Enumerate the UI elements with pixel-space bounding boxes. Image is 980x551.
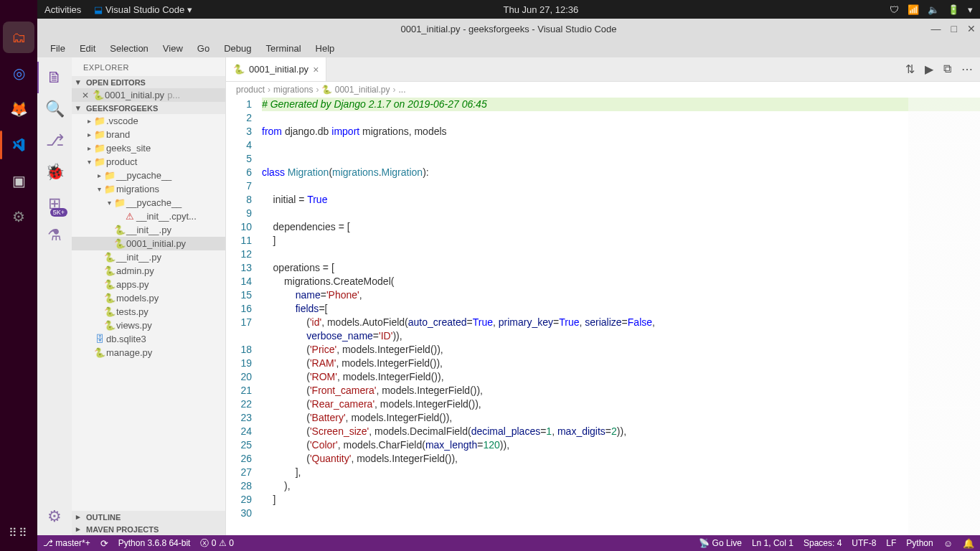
breadcrumb-segment[interactable]: ... — [398, 85, 405, 95]
tree-item-label: db.sqlite3 — [106, 334, 146, 344]
split-editor-icon[interactable]: ⧉ — [943, 62, 951, 76]
workspace-header[interactable]: ▾GEEKSFORGEEKS — [72, 102, 225, 114]
breadcrumb-segment[interactable]: migrations — [273, 85, 313, 95]
more-actions-icon[interactable]: ⋯ — [961, 62, 973, 76]
open-editors-header[interactable]: ▾OPEN EDITORS — [72, 76, 225, 88]
minimap[interactable] — [908, 98, 980, 535]
file-admin-py[interactable]: 🐍admin.py — [72, 264, 225, 278]
sync-icon[interactable]: ⟳ — [100, 538, 108, 549]
tree-item-label: __init__.py — [126, 225, 171, 235]
tree-item-label: brand — [106, 129, 130, 140]
folder---pycache--[interactable]: ▾📁__pycache__ — [72, 196, 225, 209]
encoding[interactable]: UTF-8 — [852, 538, 876, 548]
breadcrumb[interactable]: product›migrations›🐍 0001_initial.py›... — [226, 82, 980, 98]
tree-item-label: product — [106, 156, 137, 167]
menu-terminal[interactable]: Terminal — [258, 43, 308, 54]
eol[interactable]: LF — [886, 538, 896, 548]
shield-icon[interactable]: 🛡 — [890, 4, 899, 15]
language-mode[interactable]: Python — [906, 538, 933, 548]
editor-tabs: 🐍 0001_initial.py × ⇅ ▶ ⧉ ⋯ — [226, 57, 980, 82]
tree-item-label: __init__.cpyt... — [136, 211, 197, 222]
file---init---py[interactable]: 🐍__init__.py — [72, 223, 225, 237]
source-control-icon[interactable]: ⎇ — [37, 125, 72, 156]
menu-edit[interactable]: Edit — [72, 43, 103, 54]
launcher-files-icon[interactable]: 🗂 — [3, 22, 34, 53]
folder-product[interactable]: ▾📁product — [72, 155, 225, 169]
folder--vscode[interactable]: ▸📁.vscode — [72, 114, 225, 128]
git-branch[interactable]: ⎇ master*+ — [43, 538, 90, 548]
launcher-vscode-icon[interactable] — [3, 129, 34, 161]
launcher-settings-icon[interactable]: ⚙ — [3, 201, 34, 232]
run-icon[interactable]: ▶ — [925, 62, 933, 76]
window-titlebar: 0001_initial.py - geeksforgeeks - Visual… — [37, 19, 980, 39]
menu-selection[interactable]: Selection — [103, 43, 155, 54]
volume-icon[interactable]: 🔈 — [928, 4, 939, 15]
launcher-terminal-icon[interactable]: ▣ — [3, 165, 34, 197]
wifi-icon[interactable]: 📶 — [908, 4, 919, 15]
close-icon[interactable]: ✕ — [82, 90, 89, 100]
python-interpreter[interactable]: Python 3.6.8 64-bit — [118, 538, 191, 548]
open-editor-item[interactable]: ✕ 🐍 0001_initial.py p... — [72, 88, 225, 102]
tree-item-label: migrations — [116, 184, 159, 194]
folder-geeks-site[interactable]: ▸📁geeks_site — [72, 141, 225, 155]
file-db-sqlite3[interactable]: 🗄db.sqlite3 — [72, 332, 225, 346]
activities-button[interactable]: Activities — [44, 4, 81, 15]
open-editor-path: p... — [167, 90, 180, 100]
minimize-button[interactable]: — — [931, 23, 941, 34]
clock[interactable]: Thu Jun 27, 12:36 — [192, 4, 890, 15]
compare-icon[interactable]: ⇅ — [905, 62, 915, 76]
file---init---py[interactable]: 🐍__init__.py — [72, 250, 225, 264]
tab-close-icon[interactable]: × — [313, 64, 319, 75]
menu-help[interactable]: Help — [308, 43, 342, 54]
breadcrumb-segment[interactable]: 🐍 0001_initial.py — [321, 85, 390, 95]
folder-brand[interactable]: ▸📁brand — [72, 128, 225, 141]
launcher-firefox-icon[interactable]: 🦊 — [3, 93, 34, 125]
open-editor-label: 0001_initial.py — [105, 90, 164, 100]
menu-view[interactable]: View — [156, 43, 190, 54]
extensions-icon[interactable]: ⊞5K+ — [37, 188, 72, 220]
breadcrumb-segment[interactable]: product — [236, 85, 265, 95]
file-views-py[interactable]: 🐍views.py — [72, 319, 225, 332]
settings-gear-icon[interactable]: ⚙ — [37, 501, 72, 532]
debug-icon[interactable]: 🐞 — [37, 156, 72, 188]
explorer-icon[interactable]: 🗎 — [37, 62, 72, 93]
indentation[interactable]: Spaces: 4 — [804, 538, 842, 548]
file-0001-initial-py[interactable]: 🐍0001_initial.py — [72, 237, 225, 250]
file---init---cpyt---[interactable]: ⚠__init__.cpyt... — [72, 209, 225, 223]
folder---pycache--[interactable]: ▸📁__pycache__ — [72, 169, 225, 182]
app-menu[interactable]: ⬓ Visual Studio Code ▾ — [94, 4, 192, 15]
menu-file[interactable]: File — [43, 43, 72, 54]
launcher-chromium-icon[interactable]: ◎ — [3, 57, 34, 89]
feedback-icon[interactable]: ☺ — [943, 538, 953, 549]
close-button[interactable]: ✕ — [967, 23, 976, 34]
menu-go[interactable]: Go — [190, 43, 217, 54]
test-icon[interactable]: ⚗ — [37, 220, 72, 251]
problems[interactable]: ⓧ 0 ⚠ 0 — [200, 537, 233, 550]
power-menu-icon[interactable]: ▾ — [968, 4, 973, 15]
file-models-py[interactable]: 🐍models.py — [72, 291, 225, 305]
search-icon[interactable]: 🔍 — [37, 93, 72, 125]
folder-migrations[interactable]: ▾📁migrations — [72, 182, 225, 196]
window-title: 0001_initial.py - geeksforgeeks - Visual… — [400, 24, 616, 34]
file-apps-py[interactable]: 🐍apps.py — [72, 278, 225, 291]
tree-item-label: views.py — [116, 320, 152, 331]
menu-debug[interactable]: Debug — [217, 43, 258, 54]
tree-item-label: __init__.py — [116, 252, 161, 263]
go-live-button[interactable]: 📡 Go Live — [699, 538, 742, 548]
cursor-position[interactable]: Ln 1, Col 1 — [752, 538, 793, 548]
tree-item-label: __pycache__ — [116, 170, 171, 181]
battery-icon[interactable]: 🔋 — [948, 4, 959, 15]
launcher-apps-grid-icon[interactable]: ⠿⠿ — [4, 522, 33, 544]
code-editor[interactable]: 1234567891011121314151617181920212223242… — [226, 98, 980, 535]
file-manage-py[interactable]: 🐍manage.py — [72, 346, 225, 359]
maximize-button[interactable]: □ — [951, 23, 957, 34]
activity-bar: 🗎 🔍 ⎇ 🐞 ⊞5K+ ⚗ ⚙ — [37, 57, 72, 535]
tree-item-label: apps.py — [116, 279, 149, 290]
sidebar-title: EXPLORER — [72, 57, 225, 76]
notifications-icon[interactable]: 🔔 — [963, 538, 974, 549]
file-tests-py[interactable]: 🐍tests.py — [72, 305, 225, 319]
outline-header[interactable]: ▸OUTLINE — [72, 511, 225, 523]
menu-bar: FileEditSelectionViewGoDebugTerminalHelp — [37, 39, 980, 57]
maven-header[interactable]: ▸MAVEN PROJECTS — [72, 523, 225, 535]
tab-0001-initial[interactable]: 🐍 0001_initial.py × — [226, 57, 326, 81]
